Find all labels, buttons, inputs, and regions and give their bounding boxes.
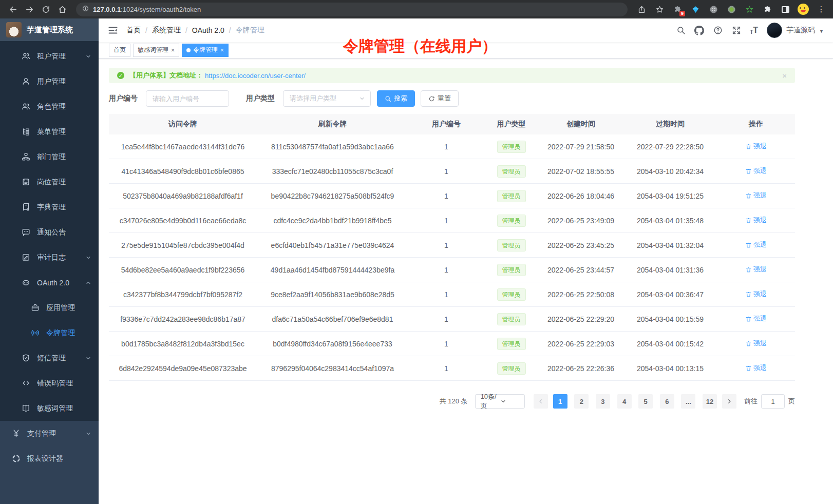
fullscreen-icon[interactable] [731, 26, 741, 35]
sidebar-item-oauth2[interactable]: OAuth 2.0 [0, 270, 99, 295]
sidebar-item-pay[interactable]: 支付管理 [0, 421, 99, 446]
force-logout-button[interactable]: 强退 [745, 166, 767, 176]
extension-record-icon[interactable] [726, 4, 737, 15]
page-number-button[interactable]: 4 [617, 394, 632, 409]
breadcrumb-separator: / [229, 26, 231, 34]
top-navbar: 首页 / 系统管理 / OAuth 2.0 / 令牌管理 TT 芋道源码 [99, 18, 833, 42]
column-header: 创建时间 [538, 120, 623, 129]
breadcrumb: 首页 / 系统管理 / OAuth 2.0 / 令牌管理 [126, 26, 264, 35]
org-chart-icon [22, 152, 30, 161]
create-time-cell: 2022-07-29 21:58:50 [538, 143, 623, 151]
open-book-icon [22, 404, 30, 413]
sidebar-item-oauth2-app[interactable]: 应用管理 [0, 295, 99, 320]
force-logout-button[interactable]: 强退 [745, 216, 767, 225]
sidebar-item-dept[interactable]: 部门管理 [0, 144, 99, 169]
sidebar-item-sensitive-word[interactable]: 敏感词管理 [0, 396, 99, 421]
sidebar-item-error-code[interactable]: 错误码管理 [0, 371, 99, 396]
next-page-button[interactable] [722, 394, 736, 409]
browser-home-button[interactable] [55, 3, 69, 16]
browser-chrome: 127.0.0.1:1024/system/oauth2/token 9 ⋮ [0, 0, 833, 18]
chevron-icon [85, 355, 91, 361]
doc-link[interactable]: https://doc.iocoder.cn/user-center/ [205, 72, 306, 80]
force-logout-button[interactable]: 强退 [745, 363, 767, 373]
sidebar-item-sms[interactable]: 短信管理 [0, 345, 99, 371]
user-id-label: 用户编号 [109, 94, 138, 103]
search-icon[interactable] [676, 26, 686, 35]
goto-page-input[interactable] [761, 394, 785, 409]
extensions-puzzle-icon[interactable] [762, 4, 773, 15]
force-logout-button[interactable]: 强退 [745, 314, 767, 323]
bookmark-star-icon[interactable] [654, 4, 665, 15]
table-row: c347026e805e4d99b0d116eae66eda8c cdfc4ce… [109, 208, 795, 233]
page-number-button[interactable]: 5 [638, 394, 653, 409]
page-number-button[interactable]: 12 [703, 394, 717, 409]
expire-time-cell: 2054-03-04 01:31:36 [623, 266, 717, 274]
log-edit-icon [22, 253, 30, 262]
user-type-select[interactable]: 请选择用户类型 [283, 90, 371, 107]
page-number-button[interactable]: 2 [574, 394, 589, 409]
site-info-icon[interactable] [82, 5, 89, 14]
user-id-input[interactable] [146, 90, 229, 107]
sidebar-item-post[interactable]: 岗位管理 [0, 169, 99, 195]
close-icon[interactable]: × [220, 47, 224, 53]
force-logout-button[interactable]: 强退 [745, 289, 767, 299]
expire-time-cell: 2054-03-04 00:15:59 [623, 315, 717, 323]
prev-page-button[interactable] [534, 394, 548, 409]
view-tab[interactable]: 首页 [109, 44, 130, 57]
browser-forward-button[interactable] [23, 3, 36, 16]
trash-icon [745, 340, 752, 347]
extension-command-icon[interactable] [708, 4, 719, 15]
browser-menu-icon[interactable]: ⋮ [816, 4, 827, 15]
refresh-token-cell: 811c530487574fa0af1a59d3abc1aa66 [257, 143, 408, 151]
sidebar-item-role[interactable]: 角色管理 [0, 94, 99, 119]
page-number-button[interactable]: 1 [553, 394, 567, 409]
page-number-button[interactable]: 3 [596, 394, 610, 409]
page-number-button[interactable]: 6 [660, 394, 674, 409]
force-logout-button[interactable]: 强退 [745, 339, 767, 348]
share-icon[interactable] [636, 4, 647, 15]
sidebar-item-notice[interactable]: 通知公告 [0, 220, 99, 245]
search-button[interactable]: 搜索 [377, 90, 415, 107]
sidebar-item-audit-log[interactable]: 审计日志 [0, 245, 99, 270]
close-icon[interactable]: × [171, 47, 175, 53]
sidebar-item-dict[interactable]: 字典管理 [0, 195, 99, 220]
extension-puzzle-badged-icon[interactable]: 9 [672, 4, 683, 15]
alert-close-icon[interactable]: × [782, 71, 787, 80]
user-menu[interactable]: 芋道源码 ▼ [767, 23, 824, 38]
sidebar-item-tenant[interactable]: 租户管理 [0, 44, 99, 69]
force-logout-button[interactable]: 强退 [745, 142, 767, 151]
browser-back-button[interactable] [6, 3, 20, 16]
page-size-select[interactable]: 10条/页 [475, 394, 525, 409]
access-token-cell: c342377bf8b344799dcbf7bf095287f2 [109, 290, 257, 299]
github-icon[interactable] [694, 26, 704, 35]
view-tab[interactable]: 敏感词管理 × [133, 44, 179, 57]
signal-icon [31, 328, 40, 337]
sidebar-item-menu[interactable]: 菜单管理 [0, 119, 99, 144]
profile-avatar-icon[interactable] [798, 4, 809, 15]
user-type-cell: 管理员 [484, 264, 538, 276]
sidebar-item-label: 错误码管理 [37, 379, 73, 388]
address-bar[interactable]: 127.0.0.1:1024/system/oauth2/token [76, 3, 628, 16]
help-icon[interactable] [713, 26, 723, 35]
side-panel-icon[interactable] [780, 4, 791, 15]
sidebar-item-user[interactable]: 用户管理 [0, 69, 99, 94]
force-logout-button[interactable]: 强退 [745, 265, 767, 274]
app-logo[interactable]: 芋道管理系统 [0, 18, 99, 41]
report-icon [12, 454, 21, 463]
sidebar-item-label: 通知公告 [37, 228, 66, 237]
reset-button[interactable]: 重置 [421, 90, 459, 107]
sidebar-item-report-designer[interactable]: 报表设计器 [0, 446, 99, 471]
browser-reload-button[interactable] [39, 3, 52, 16]
sidebar-item-oauth2-token[interactable]: 令牌管理 [0, 320, 99, 345]
tags-view-bar: 首页 敏感词管理 × 令牌管理 × [99, 42, 833, 59]
user-id-cell: 1 [408, 167, 484, 176]
font-size-icon[interactable]: TT [750, 26, 758, 35]
view-tab[interactable]: 令牌管理 × [182, 44, 229, 57]
page-number-button[interactable]: ... [681, 394, 695, 409]
sidebar-toggle-icon[interactable] [108, 25, 118, 35]
force-logout-button[interactable]: 强退 [745, 191, 767, 200]
extension-gem-icon[interactable] [690, 4, 701, 15]
sidebar-item-label: 短信管理 [37, 354, 66, 363]
extension-star-icon[interactable] [744, 4, 755, 15]
force-logout-button[interactable]: 强退 [745, 240, 767, 249]
